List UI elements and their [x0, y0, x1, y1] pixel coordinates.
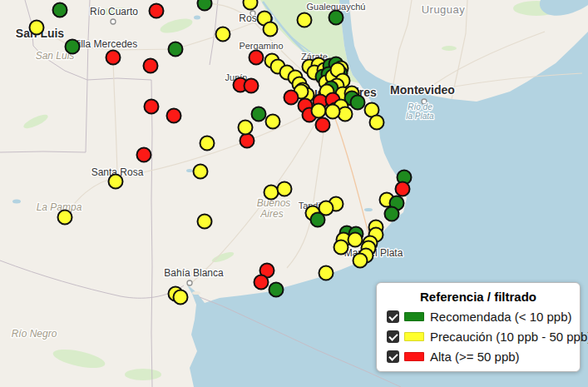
station-marker[interactable] [169, 42, 183, 57]
station-marker[interactable] [109, 175, 123, 189]
town-dot [111, 19, 116, 24]
station-marker[interactable] [216, 27, 230, 42]
station-marker[interactable] [245, 79, 259, 93]
station-marker[interactable] [240, 134, 254, 148]
station-marker[interactable] [370, 116, 384, 130]
station-marker[interactable] [145, 100, 159, 114]
station-marker[interactable] [58, 211, 72, 225]
map-label: Bahía Blanca [164, 267, 224, 279]
map-label: la Plata [406, 112, 434, 121]
station-marker[interactable] [167, 109, 181, 123]
legend-swatch-recomendada [404, 312, 424, 321]
map-label: Río de [408, 102, 432, 112]
station-marker[interactable] [312, 104, 326, 118]
station-marker[interactable] [316, 118, 330, 132]
station-marker[interactable] [30, 21, 44, 35]
station-marker[interactable] [137, 148, 151, 162]
legend-label-alta: Alta (>= 50 ppb) [430, 350, 520, 364]
station-marker[interactable] [250, 51, 264, 65]
map-label: Río Cuarto [90, 6, 138, 17]
station-marker[interactable] [329, 11, 343, 25]
map-app: { "map": { "marker_colors": { "g": "#1e8… [0, 0, 588, 387]
station-marker[interactable] [264, 186, 279, 200]
station-marker[interactable] [298, 13, 312, 27]
map-label: Montevideo [390, 83, 455, 97]
legend-row-alta: Alta (>= 50 ppb) [387, 350, 571, 364]
station-marker[interactable] [348, 233, 363, 247]
station-marker[interactable] [174, 290, 188, 305]
station-marker[interactable] [144, 59, 158, 73]
station-marker[interactable] [326, 105, 340, 119]
station-marker[interactable] [244, 0, 258, 10]
tidal-flat [192, 291, 200, 295]
station-marker[interactable] [252, 107, 266, 122]
station-marker[interactable] [264, 22, 278, 37]
station-marker[interactable] [198, 0, 212, 11]
station-marker[interactable] [200, 136, 215, 151]
map-label: Río Negro [12, 328, 57, 340]
station-marker[interactable] [311, 213, 325, 227]
station-marker[interactable] [254, 275, 269, 290]
map-label: La Pampa [37, 201, 82, 213]
legend-label-precaucion: Precaución (10 ppb - 50 ppb) [430, 330, 588, 344]
legend-swatch-alta [404, 352, 424, 361]
station-marker[interactable] [194, 165, 208, 179]
map-label: Pergamino [239, 41, 283, 51]
station-marker[interactable] [269, 283, 284, 297]
station-marker[interactable] [278, 182, 292, 196]
station-marker[interactable] [319, 266, 334, 280]
station-marker[interactable] [239, 121, 253, 135]
station-marker[interactable] [396, 182, 410, 196]
station-marker[interactable] [351, 96, 365, 110]
map-label: Uruguay [422, 3, 466, 16]
station-marker[interactable] [53, 3, 67, 17]
station-marker[interactable] [198, 215, 212, 229]
station-marker[interactable] [106, 51, 121, 65]
legend-panel: Referencia / filtrado Recomendada (< 10 … [376, 282, 581, 372]
station-marker[interactable] [334, 241, 348, 255]
legend-checkbox-alta[interactable] [387, 350, 399, 363]
legend-row-recomendada: Recomendada (< 10 ppb) [387, 310, 571, 324]
station-marker[interactable] [66, 40, 80, 54]
legend-checkbox-recomendada[interactable] [387, 310, 399, 323]
map-label: Aires [259, 208, 283, 220]
station-marker[interactable] [284, 91, 299, 105]
legend-swatch-precaucion [404, 332, 424, 341]
station-marker[interactable] [353, 254, 368, 268]
map-label: Villa Mercedes [72, 38, 137, 50]
station-marker[interactable] [385, 207, 399, 221]
legend-label-recomendada: Recomendada (< 10 ppb) [430, 310, 572, 324]
station-marker[interactable] [338, 107, 353, 122]
town-dot [187, 280, 192, 285]
station-marker[interactable] [266, 115, 280, 129]
legend-title: Referencia / filtrado [385, 290, 571, 304]
legend-checkbox-precaucion[interactable] [387, 330, 399, 343]
legend-row-precaucion: Precaución (10 ppb - 50 ppb) [387, 330, 571, 344]
station-marker[interactable] [150, 4, 164, 18]
